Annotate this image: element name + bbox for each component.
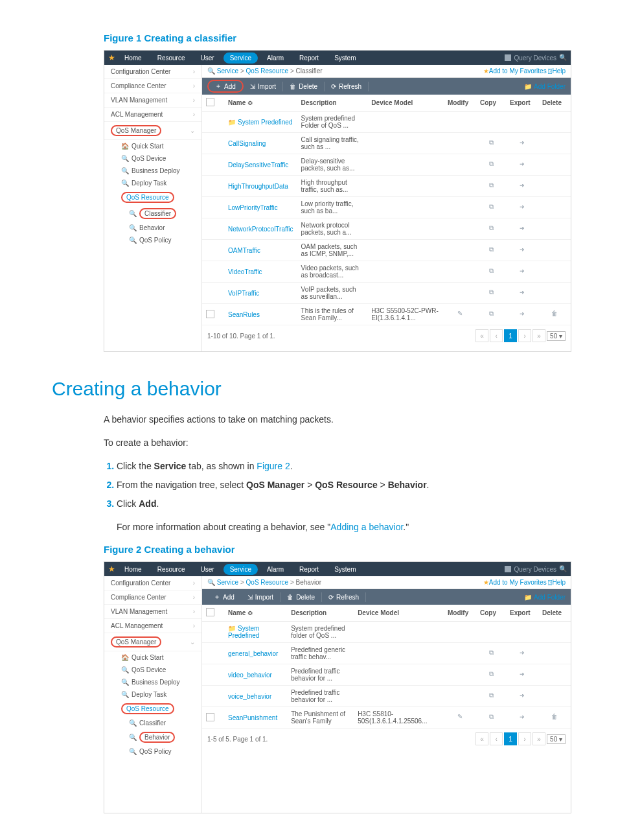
copy-icon[interactable] <box>486 139 496 148</box>
col-name[interactable]: Name ≎ <box>224 95 297 111</box>
sidebar-sub-qos-resource[interactable]: QoS Resource <box>104 189 201 205</box>
sidebar-item-config[interactable]: Configuration Center› <box>104 576 201 590</box>
row-name-link[interactable]: SeanPunishment <box>224 707 287 729</box>
add-favorites-link[interactable]: Add to My Favorites <box>489 67 547 75</box>
crumb-qos-resource[interactable]: QoS Resource <box>246 579 289 586</box>
add-folder-link[interactable]: 📁Add Folder <box>524 594 566 601</box>
pager-per-select[interactable]: 50 ▾ <box>547 734 566 744</box>
export-icon[interactable] <box>518 181 527 191</box>
row-name-link[interactable]: general_behavior <box>224 643 287 664</box>
copy-icon[interactable] <box>486 246 496 255</box>
nav-alarm[interactable]: Alarm <box>260 52 290 64</box>
delete-icon[interactable] <box>550 713 559 722</box>
sidebar-leaf-qos-policy[interactable]: 🔍QoS Policy <box>104 234 201 246</box>
modify-icon[interactable] <box>455 713 464 722</box>
copy-icon[interactable] <box>486 670 496 679</box>
export-icon[interactable] <box>518 670 527 679</box>
row-name-link[interactable]: LowPriorityTraffic <box>224 197 297 218</box>
pager-page[interactable]: 1 <box>504 732 517 745</box>
copy-icon[interactable] <box>486 267 496 276</box>
sidebar-sub-deploy-task[interactable]: 🔍Deploy Task <box>104 688 201 701</box>
delete-icon[interactable] <box>550 310 559 319</box>
help-link[interactable]: ⍰Help <box>548 579 566 586</box>
crumb-service[interactable]: Service <box>217 579 238 586</box>
row-checkbox[interactable] <box>206 310 214 318</box>
import-button[interactable]: ⇲ Import <box>244 82 283 91</box>
copy-icon[interactable] <box>486 160 496 169</box>
pager-last[interactable]: » <box>532 732 545 745</box>
nav-resource[interactable]: Resource <box>151 52 192 64</box>
delete-button[interactable]: 🗑 Delete <box>283 82 325 91</box>
sidebar-leaf-classifier[interactable]: 🔍Classifier <box>104 205 201 222</box>
export-icon[interactable] <box>518 310 527 319</box>
copy-icon[interactable] <box>486 649 496 658</box>
nav-user[interactable]: User <box>194 52 221 64</box>
export-icon[interactable] <box>518 692 527 701</box>
export-icon[interactable] <box>518 246 527 255</box>
sidebar-sub-business-deploy[interactable]: 🔍Business Deploy <box>104 165 201 177</box>
row-name-link[interactable]: CallSignaling <box>224 133 297 154</box>
sidebar-item-acl[interactable]: ACL Management› <box>104 619 201 633</box>
nav-report[interactable]: Report <box>293 564 325 575</box>
row-name-link[interactable]: 📁System Predefined <box>224 111 297 133</box>
copy-icon[interactable] <box>486 288 496 298</box>
copy-icon[interactable] <box>486 310 496 319</box>
sidebar-sub-quickstart[interactable]: 🏠Quick Start <box>104 651 201 664</box>
modify-icon[interactable] <box>455 310 464 319</box>
nav-report[interactable]: Report <box>293 52 325 64</box>
crumb-service[interactable]: Service <box>217 67 238 75</box>
row-name-link[interactable]: VoIPTraffic <box>224 283 297 304</box>
row-name-link[interactable]: video_behavior <box>224 664 287 686</box>
search-icon[interactable]: 🔍 <box>559 54 567 62</box>
add-favorites-link[interactable]: Add to My Favorites <box>489 579 547 586</box>
copy-icon[interactable] <box>486 181 496 191</box>
sidebar-leaf-behavior[interactable]: 🔍Behavior <box>104 222 201 234</box>
sidebar-item-qos-manager[interactable]: QoS Manager⌄ <box>104 122 201 140</box>
sidebar-sub-qos-device[interactable]: 🔍QoS Device <box>104 152 201 165</box>
sidebar-item-vlan[interactable]: VLAN Management› <box>104 93 201 108</box>
query-devices[interactable]: Query Devices <box>514 54 556 62</box>
add-button[interactable]: ＋ Add <box>207 80 244 93</box>
sidebar-leaf-behavior[interactable]: 🔍Behavior <box>104 729 201 745</box>
export-icon[interactable] <box>518 267 527 276</box>
pager-next[interactable]: › <box>518 732 531 745</box>
nav-resource[interactable]: Resource <box>151 564 192 575</box>
nav-user[interactable]: User <box>194 564 221 575</box>
nav-system[interactable]: System <box>328 52 362 64</box>
pager-per-select[interactable]: 50 ▾ <box>547 331 566 341</box>
pager-next[interactable]: › <box>518 329 531 342</box>
nav-system[interactable]: System <box>328 564 362 575</box>
sidebar-item-acl[interactable]: ACL Management› <box>104 108 201 122</box>
pager-last[interactable]: » <box>532 329 545 342</box>
export-icon[interactable] <box>518 224 527 233</box>
row-name-link[interactable]: OAMTraffic <box>224 240 297 261</box>
row-checkbox[interactable] <box>206 713 214 721</box>
sidebar-leaf-classifier[interactable]: 🔍Classifier <box>104 717 201 729</box>
pager-prev[interactable]: ‹ <box>490 732 503 745</box>
select-all-checkbox[interactable] <box>206 98 214 106</box>
row-name-link[interactable]: NetworkProtocolTraffic <box>224 218 297 240</box>
pager-first[interactable]: « <box>475 329 488 342</box>
sidebar-item-vlan[interactable]: VLAN Management› <box>104 605 201 619</box>
nav-service[interactable]: Service <box>223 564 258 575</box>
copy-icon[interactable] <box>486 203 496 212</box>
export-icon[interactable] <box>518 649 527 658</box>
query-devices[interactable]: Query Devices <box>514 566 556 573</box>
row-name-link[interactable]: 📁System Predefined <box>224 622 287 643</box>
row-name-link[interactable]: HighThroughputData <box>224 176 297 197</box>
adding-behavior-link[interactable]: Adding a behavior <box>330 522 403 532</box>
row-name-link[interactable]: VideoTraffic <box>224 261 297 283</box>
delete-button[interactable]: 🗑 Delete <box>280 592 322 602</box>
export-icon[interactable] <box>518 160 527 169</box>
sidebar-item-compliance[interactable]: Compliance Center› <box>104 79 201 93</box>
nav-home[interactable]: Home <box>118 52 148 64</box>
sidebar-sub-deploy-task[interactable]: 🔍Deploy Task <box>104 177 201 189</box>
export-icon[interactable] <box>518 713 527 722</box>
refresh-button[interactable]: ⟳ Refresh <box>322 592 366 602</box>
sidebar-item-compliance[interactable]: Compliance Center› <box>104 590 201 605</box>
sidebar-sub-qos-device[interactable]: 🔍QoS Device <box>104 664 201 676</box>
sidebar-leaf-qos-policy[interactable]: 🔍QoS Policy <box>104 745 201 758</box>
row-name-link[interactable]: DelaySensitiveTraffic <box>224 154 297 176</box>
export-icon[interactable] <box>518 139 527 148</box>
pager-first[interactable]: « <box>475 732 488 745</box>
